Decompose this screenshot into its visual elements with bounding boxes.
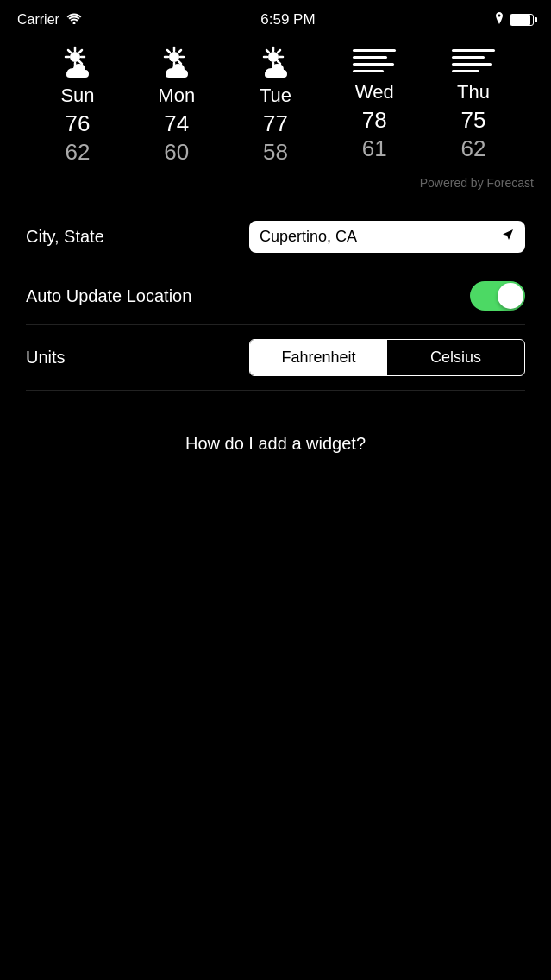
city-input-wrapper[interactable] (249, 221, 525, 253)
day-name-tue: Tue (260, 85, 291, 107)
day-name-sun: Sun (60, 85, 94, 107)
day-name-thu: Thu (457, 81, 490, 104)
temp-low-mon: 60 (164, 139, 189, 166)
fog-icon-wed (353, 45, 396, 76)
temp-low-thu: 62 (461, 135, 486, 162)
units-segmented-control: Fahrenheit Celsius (249, 339, 525, 376)
svg-line-6 (68, 50, 71, 53)
widget-help: How do I add a widget? (0, 391, 551, 454)
sun-cloud-icon-tue (254, 45, 297, 79)
temp-high-sun: 76 (66, 110, 91, 137)
weather-day-thu: Thu 75 62 (430, 45, 517, 162)
svg-point-0 (72, 22, 75, 25)
weather-row: Sun 76 62 Mon 74 60 (26, 45, 525, 166)
sun-cloud-icon-sun (56, 45, 99, 79)
day-name-wed: Wed (355, 81, 394, 104)
weather-day-wed: Wed 78 61 (331, 45, 417, 162)
svg-line-16 (178, 50, 181, 53)
status-right (494, 12, 534, 28)
celsius-button[interactable]: Celsius (387, 340, 524, 375)
temp-high-mon: 74 (164, 110, 189, 137)
powered-by: Powered by Forecast (0, 166, 551, 190)
auto-update-label: Auto Update Location (26, 286, 191, 306)
time-display: 6:59 PM (260, 11, 315, 28)
temp-low-sun: 62 (66, 139, 91, 166)
location-arrow-icon (501, 228, 515, 246)
fog-icon-thu (452, 45, 495, 76)
weather-day-mon: Mon 74 60 (134, 45, 220, 166)
city-row: City, State (26, 207, 525, 267)
auto-update-row: Auto Update Location (26, 267, 525, 325)
auto-update-toggle[interactable] (470, 281, 525, 311)
units-row: Units Fahrenheit Celsius (26, 325, 525, 391)
day-name-mon: Mon (158, 85, 195, 107)
svg-line-22 (266, 50, 269, 53)
weather-day-tue: Tue 77 58 (233, 45, 319, 166)
city-label: City, State (26, 227, 104, 247)
location-icon (494, 12, 504, 28)
temp-high-wed: 78 (362, 107, 387, 134)
battery-icon (510, 14, 534, 26)
wifi-icon (66, 12, 82, 28)
temp-high-tue: 77 (263, 110, 288, 137)
temp-high-thu: 75 (461, 107, 486, 134)
city-input[interactable] (260, 228, 496, 246)
status-left: Carrier (17, 12, 82, 28)
units-label: Units (26, 348, 66, 368)
weather-day-sun: Sun 76 62 (34, 45, 121, 166)
sun-cloud-icon-mon (155, 45, 198, 79)
status-bar: Carrier 6:59 PM (0, 0, 551, 36)
weather-section: Sun 76 62 Mon 74 60 (0, 36, 551, 166)
svg-line-23 (278, 61, 280, 64)
widget-help-text[interactable]: How do I add a widget? (185, 434, 366, 453)
temp-low-wed: 61 (362, 135, 387, 162)
svg-line-15 (178, 61, 181, 64)
fahrenheit-button[interactable]: Fahrenheit (250, 340, 387, 375)
svg-line-14 (167, 50, 170, 53)
temp-low-tue: 58 (263, 139, 288, 166)
svg-line-24 (278, 50, 280, 53)
carrier-label: Carrier (17, 12, 59, 28)
svg-line-8 (79, 50, 82, 53)
toggle-knob (498, 283, 523, 309)
settings-section: City, State Auto Update Location Units F… (0, 190, 551, 391)
svg-line-7 (79, 61, 82, 64)
